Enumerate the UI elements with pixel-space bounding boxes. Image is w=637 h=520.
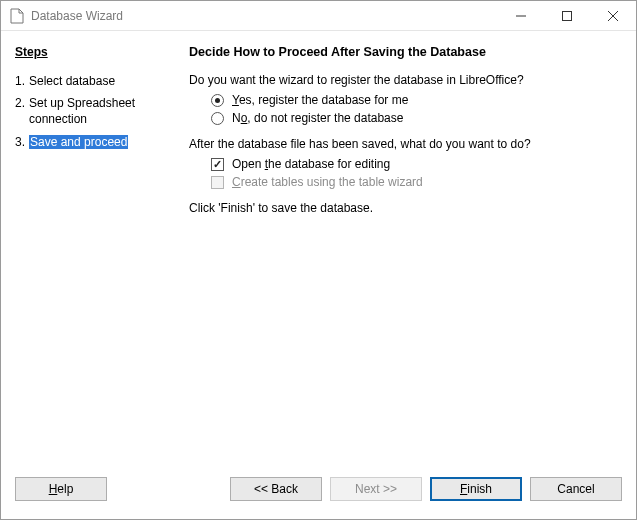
register-question: Do you want the wizard to register the d… <box>189 73 620 87</box>
steps-sidebar: Steps 1. Select database 2. Set up Sprea… <box>1 31 179 469</box>
radio-label: Yes, register the database for me <box>232 93 408 107</box>
footer: Help << Back Next >> Finish Cancel <box>1 469 636 519</box>
client-area: Steps 1. Select database 2. Set up Sprea… <box>1 31 636 519</box>
body: Steps 1. Select database 2. Set up Sprea… <box>1 31 636 469</box>
main-panel: Decide How to Proceed After Saving the D… <box>179 31 636 469</box>
radio-register-yes[interactable]: Yes, register the database for me <box>211 93 620 107</box>
window-controls <box>498 1 636 30</box>
step-1[interactable]: 1. Select database <box>15 73 169 89</box>
radio-icon <box>211 94 224 107</box>
after-save-question: After the database file has been saved, … <box>189 137 620 151</box>
checkbox-open-editing[interactable]: Open the database for editing <box>211 157 620 171</box>
page-title: Decide How to Proceed After Saving the D… <box>189 45 620 59</box>
step-number: 2. <box>15 95 29 127</box>
titlebar: Database Wizard <box>1 1 636 31</box>
app-icon <box>9 8 25 24</box>
help-button[interactable]: Help <box>15 477 107 501</box>
step-2[interactable]: 2. Set up Spreadsheet connection <box>15 95 169 127</box>
minimize-button[interactable] <box>498 1 544 30</box>
step-label: Save and proceed <box>29 134 169 150</box>
radio-icon <box>211 112 224 125</box>
radio-label: No, do not register the database <box>232 111 403 125</box>
checkbox-create-tables: Create tables using the table wizard <box>211 175 620 189</box>
finish-hint: Click 'Finish' to save the database. <box>189 201 620 215</box>
steps-heading: Steps <box>15 45 169 59</box>
close-button[interactable] <box>590 1 636 30</box>
checkbox-label: Create tables using the table wizard <box>232 175 423 189</box>
next-button: Next >> <box>330 477 422 501</box>
step-label: Select database <box>29 73 169 89</box>
checkbox-icon <box>211 158 224 171</box>
svg-rect-1 <box>563 11 572 20</box>
step-label: Set up Spreadsheet connection <box>29 95 169 127</box>
step-3[interactable]: 3. Save and proceed <box>15 134 169 150</box>
checkbox-icon <box>211 176 224 189</box>
checkbox-label: Open the database for editing <box>232 157 390 171</box>
back-button[interactable]: << Back <box>230 477 322 501</box>
window-title: Database Wizard <box>31 9 498 23</box>
maximize-button[interactable] <box>544 1 590 30</box>
window: Database Wizard Steps 1. Select <box>0 0 637 520</box>
step-number: 1. <box>15 73 29 89</box>
radio-register-no[interactable]: No, do not register the database <box>211 111 620 125</box>
step-number: 3. <box>15 134 29 150</box>
cancel-button[interactable]: Cancel <box>530 477 622 501</box>
finish-button[interactable]: Finish <box>430 477 522 501</box>
